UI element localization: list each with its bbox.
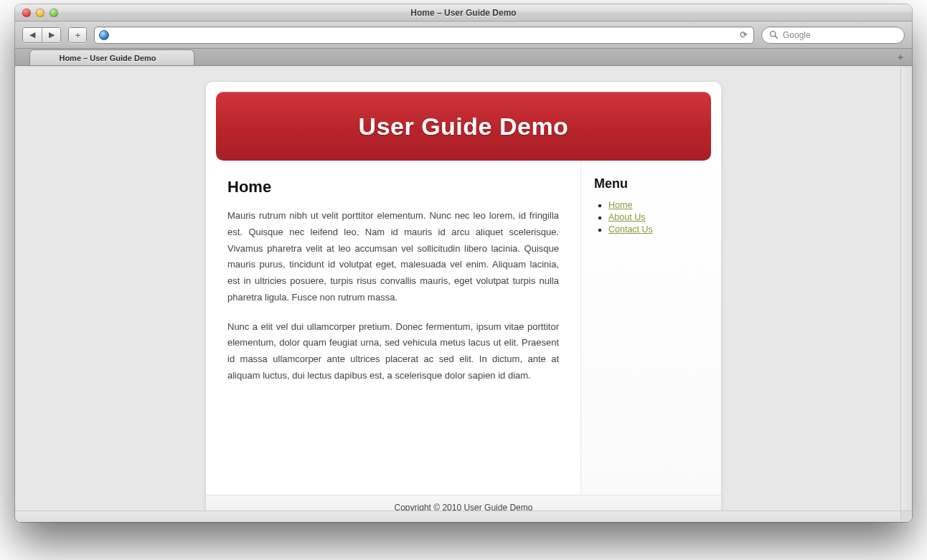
tab-home[interactable]: Home – User Guide Demo: [29, 49, 194, 65]
forward-button[interactable]: ▶: [42, 28, 60, 42]
address-bar[interactable]: ⟳: [94, 27, 754, 44]
search-bar[interactable]: [761, 27, 905, 44]
page-heading: Home: [227, 178, 559, 196]
reload-icon[interactable]: ⟳: [738, 29, 749, 40]
paragraph: Nunc a elit vel dui ullamcorper pretium.…: [227, 319, 559, 384]
browser-toolbar: ◀ ▶ ＋ ⟳: [15, 22, 912, 49]
main-content: Home Mauris rutrum nibh ut velit porttit…: [206, 161, 580, 495]
page-card: User Guide Demo Home Mauris rutrum nibh …: [205, 81, 722, 522]
vertical-scrollbar[interactable]: [900, 67, 912, 511]
new-tab-button[interactable]: ＋: [895, 51, 906, 62]
tab-strip: Home – User Guide Demo ＋: [15, 49, 912, 66]
add-bookmark: ＋: [68, 27, 87, 43]
search-icon: [769, 30, 778, 39]
zoom-icon[interactable]: [50, 9, 58, 17]
minimize-icon[interactable]: [36, 9, 44, 17]
page-body: Home Mauris rutrum nibh ut velit porttit…: [206, 161, 721, 495]
menu-link-home[interactable]: Home: [608, 200, 632, 210]
window-titlebar: Home – User Guide Demo: [15, 4, 912, 22]
menu-list: Home About Us Contact Us: [594, 200, 708, 234]
window-controls: [22, 9, 58, 17]
back-button[interactable]: ◀: [23, 28, 42, 42]
hero-title: User Guide Demo: [359, 113, 569, 141]
add-bookmark-button[interactable]: ＋: [69, 28, 86, 42]
search-input[interactable]: [783, 30, 897, 40]
browser-viewport: User Guide Demo Home Mauris rutrum nibh …: [15, 66, 912, 522]
sidebar-heading: Menu: [594, 176, 708, 191]
menu-item-about: About Us: [608, 212, 708, 222]
menu-item-contact: Contact Us: [608, 224, 708, 234]
sidebar: Menu Home About Us Contact Us: [580, 161, 721, 495]
scroll-corner: [900, 511, 912, 522]
nav-buttons: ◀ ▶: [22, 27, 61, 43]
menu-link-contact[interactable]: Contact Us: [608, 224, 653, 234]
window-title: Home – User Guide Demo: [15, 8, 912, 18]
favicon-icon: [99, 30, 109, 40]
svg-line-1: [775, 36, 777, 38]
tab-label: Home – User Guide Demo: [59, 54, 156, 62]
page-hero: User Guide Demo: [216, 92, 711, 161]
close-icon[interactable]: [22, 9, 31, 17]
browser-window: Home – User Guide Demo ◀ ▶ ＋ ⟳ Home – Us…: [15, 4, 912, 522]
menu-link-about[interactable]: About Us: [608, 212, 645, 222]
horizontal-scrollbar[interactable]: [15, 511, 900, 522]
menu-item-home: Home: [608, 200, 708, 210]
url-input[interactable]: [113, 30, 734, 40]
paragraph: Mauris rutrum nibh ut velit porttitor el…: [227, 208, 559, 306]
